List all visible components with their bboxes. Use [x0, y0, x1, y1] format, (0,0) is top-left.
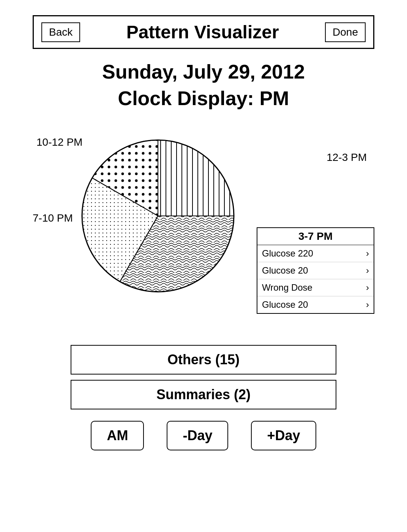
popup-row-3[interactable]: Wrong Dose › — [257, 279, 374, 296]
chart-area: 10-12 PM 12-3 PM 7-10 PM — [33, 121, 374, 334]
pie-chart — [78, 136, 238, 296]
popup-row-3-label: Wrong Dose — [262, 282, 312, 293]
popup-row-4-label: Glucose 20 — [262, 299, 308, 310]
popup-row-2-label: Glucose 20 — [262, 265, 308, 276]
label-12-3pm: 12-3 PM — [327, 151, 367, 164]
popup-row-3-chevron: › — [366, 282, 369, 293]
popup-row-2-chevron: › — [366, 265, 369, 276]
popup-row-4[interactable]: Glucose 20 › — [257, 296, 374, 313]
popup-row-2[interactable]: Glucose 20 › — [257, 262, 374, 279]
done-button[interactable]: Done — [325, 22, 366, 42]
popup-3-7pm: 3-7 PM Glucose 220 › Glucose 20 › Wrong … — [257, 227, 374, 314]
popup-row-1-chevron: › — [366, 248, 369, 259]
page-title: Pattern Visualizer — [126, 22, 279, 42]
header-bar: Back Pattern Visualizer Done — [33, 15, 374, 49]
minus-day-button[interactable]: -Day — [167, 421, 228, 450]
plus-day-button[interactable]: +Day — [251, 421, 316, 450]
summaries-button[interactable]: Summaries (2) — [71, 380, 336, 409]
popup-row-4-chevron: › — [366, 299, 369, 310]
nav-row: AM -Day +Day — [91, 421, 316, 450]
popup-header: 3-7 PM — [257, 228, 374, 245]
am-button[interactable]: AM — [91, 421, 144, 450]
subtitle-label: Clock Display: PM — [118, 87, 289, 110]
date-label: Sunday, July 29, 2012 — [102, 60, 305, 83]
label-7-10pm: 7-10 PM — [33, 212, 73, 224]
popup-row-1[interactable]: Glucose 220 › — [257, 245, 374, 262]
label-10-12pm: 10-12 PM — [36, 136, 82, 148]
others-button[interactable]: Others (15) — [71, 345, 336, 375]
back-button[interactable]: Back — [41, 22, 80, 42]
popup-row-1-label: Glucose 220 — [262, 248, 313, 259]
